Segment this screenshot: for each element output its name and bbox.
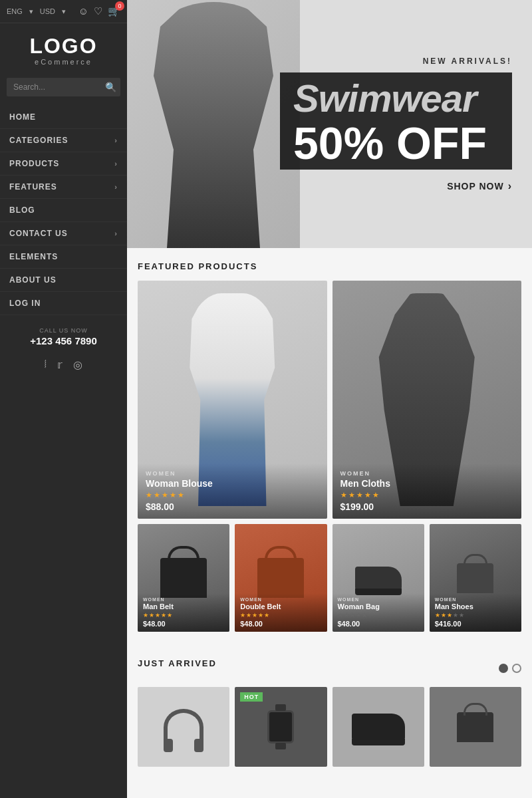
star: ★ xyxy=(338,612,343,618)
bag-icon xyxy=(160,558,207,598)
cart-badge: 0 xyxy=(115,1,124,11)
product-rating-small: ★ ★ ★ ★ ★ xyxy=(435,612,516,618)
headphone-icon xyxy=(164,709,203,745)
just-arrived-title: JUST ARRIVED xyxy=(138,658,217,668)
product-category-small: WOMEN xyxy=(435,597,516,602)
nav-label-contact: CONTACT US xyxy=(9,229,68,238)
nav-label-products: PRODUCTS xyxy=(9,159,59,168)
twitter-icon[interactable]: 𝕣 xyxy=(57,358,63,371)
ja-card-bag[interactable] xyxy=(430,687,521,767)
language-selector[interactable]: ENG xyxy=(7,7,23,15)
featured-card-blouse[interactable]: WOMEN Woman Blouse ★ ★ ★ ★ ★ $88.00 xyxy=(138,281,327,519)
shop-now-button[interactable]: SHOP NOW › xyxy=(280,180,512,192)
nav-item-products[interactable]: PRODUCTS › xyxy=(0,152,127,176)
star: ★ xyxy=(258,612,263,618)
nav-item-elements[interactable]: ELEMENTS xyxy=(0,245,127,269)
product-category-small: WOMEN xyxy=(338,597,419,602)
nav-item-login[interactable]: LOG IN xyxy=(0,292,127,315)
nav-label-elements: ELEMENTS xyxy=(9,252,58,261)
star: ★ xyxy=(435,612,440,618)
carousel-dots xyxy=(499,664,521,673)
product-info-small: WOMEN Double Belt ★ ★ ★ ★ ★ $48.00 xyxy=(235,593,327,632)
star: ★ xyxy=(149,612,154,618)
product-rating: ★ ★ ★ ★ ★ xyxy=(340,491,514,499)
call-number[interactable]: +123 456 7890 xyxy=(9,335,118,346)
nav-label-login: LOG IN xyxy=(9,299,41,308)
product-category: WOMEN xyxy=(146,470,319,477)
product-name-small: Woman Bag xyxy=(338,602,419,610)
star: ★ xyxy=(447,612,452,618)
search-input[interactable] xyxy=(7,78,120,96)
nav-item-blog[interactable]: BLOG xyxy=(0,199,127,222)
nav-item-contact[interactable]: CONTACT US › xyxy=(0,222,127,245)
star: ★ xyxy=(441,612,446,618)
star: ★ xyxy=(246,612,251,618)
hero-text-area: NEW ARRIVALS! Swimwear 50% OFF SHOP NOW … xyxy=(260,0,532,248)
product-info-small: WOMEN Man Belt ★ ★ ★ ★ ★ $48.00 xyxy=(138,593,229,632)
lang-separator: ▾ xyxy=(29,7,33,16)
wishlist-icon[interactable]: ♡ xyxy=(94,5,102,17)
currency-selector[interactable]: USD xyxy=(40,7,55,15)
nav-item-home[interactable]: HOME xyxy=(0,106,127,129)
shop-now-label: SHOP NOW xyxy=(447,181,504,192)
product-price-small: $48.00 xyxy=(240,620,321,628)
ja-image-headphones xyxy=(138,687,229,767)
product-name: Woman Blouse xyxy=(146,478,319,489)
hot-badge: HOT xyxy=(240,692,263,702)
hero-banner: NEW ARRIVALS! Swimwear 50% OFF SHOP NOW … xyxy=(127,0,532,248)
star: ★ xyxy=(252,612,257,618)
product-price: $199.00 xyxy=(340,501,514,512)
star: ★ xyxy=(350,612,355,618)
product-category: WOMEN xyxy=(340,470,514,477)
featured-large-grid: WOMEN Woman Blouse ★ ★ ★ ★ ★ $88.00 xyxy=(138,281,521,519)
nav-item-categories[interactable]: CATEGORIES › xyxy=(0,129,127,152)
star-3: ★ xyxy=(356,491,363,499)
facebook-icon[interactable]: 𝆃 xyxy=(45,358,47,371)
product-rating-small: ★ ★ ★ ★ ★ xyxy=(240,612,321,618)
product-info-blouse: WOMEN Woman Blouse ★ ★ ★ ★ ★ $88.00 xyxy=(138,464,327,519)
star: ★ xyxy=(161,612,166,618)
nav-item-features[interactable]: FEATURES › xyxy=(0,176,127,199)
hero-title-box: Swimwear 50% OFF xyxy=(280,72,512,170)
nav-item-about[interactable]: ABOUT US xyxy=(0,269,127,292)
currency-dropdown-icon: ▾ xyxy=(62,7,66,16)
featured-card-double-belt[interactable]: WOMEN Double Belt ★ ★ ★ ★ ★ $48.00 xyxy=(235,524,327,632)
ja-card-watch[interactable]: HOT xyxy=(235,687,327,767)
ja-card-headphones[interactable] xyxy=(138,687,229,767)
product-info-small: WOMEN Woman Bag ★ ★ ★ ★ ★ $48.00 xyxy=(332,593,424,632)
featured-card-dress[interactable]: WOMEN Men Cloths ★ ★ ★ ★ ★ $199.00 xyxy=(332,281,522,519)
account-icon[interactable]: ☺ xyxy=(78,5,88,17)
sidebar-topbar: ENG ▾ USD ▾ ☺ ♡ 🛒 0 xyxy=(0,0,127,23)
social-icons: 𝆃 𝕣 ◎ xyxy=(0,352,127,384)
product-info-dress: WOMEN Men Cloths ★ ★ ★ ★ ★ $199.00 xyxy=(332,464,522,519)
carousel-dot-1[interactable] xyxy=(499,664,508,673)
bag-icon-red xyxy=(257,558,304,598)
product-name-small: Double Belt xyxy=(240,602,321,610)
star-3: ★ xyxy=(162,491,168,499)
search-icon[interactable]: 🔍 xyxy=(105,82,116,92)
product-rating-small: ★ ★ ★ ★ ★ xyxy=(143,612,224,618)
product-price-small: $48.00 xyxy=(143,620,224,628)
featured-card-woman-bag[interactable]: WOMEN Woman Bag ★ ★ ★ ★ ★ $48.00 xyxy=(332,524,424,632)
product-price-small: $48.00 xyxy=(338,620,419,628)
star-1: ★ xyxy=(146,491,152,499)
just-arrived-grid: HOT xyxy=(138,687,521,767)
hero-tag: NEW ARRIVALS! xyxy=(280,57,512,66)
logo-subtitle: eCommerce xyxy=(9,58,118,66)
star: ★ xyxy=(264,612,269,618)
product-rating: ★ ★ ★ ★ ★ xyxy=(146,491,319,499)
logo-text[interactable]: LOGO xyxy=(9,35,118,57)
star: ★ xyxy=(143,612,148,618)
star: ★ xyxy=(453,612,458,618)
chevron-right-icon: › xyxy=(114,229,118,237)
ja-card-shoes[interactable] xyxy=(332,687,424,767)
instagram-icon[interactable]: ◎ xyxy=(73,358,82,371)
nav-label-about: ABOUT US xyxy=(9,275,57,285)
star-1: ★ xyxy=(340,491,347,499)
featured-card-man-shoes[interactable]: WOMEN Man Shoes ★ ★ ★ ★ ★ $416.00 xyxy=(430,524,521,632)
cart-icon[interactable]: 🛒 0 xyxy=(108,5,120,17)
featured-card-man-belt[interactable]: WOMEN Man Belt ★ ★ ★ ★ ★ $48.00 xyxy=(138,524,229,632)
star: ★ xyxy=(155,612,160,618)
carousel-dot-2[interactable] xyxy=(512,664,521,673)
product-name: Men Cloths xyxy=(340,478,514,489)
